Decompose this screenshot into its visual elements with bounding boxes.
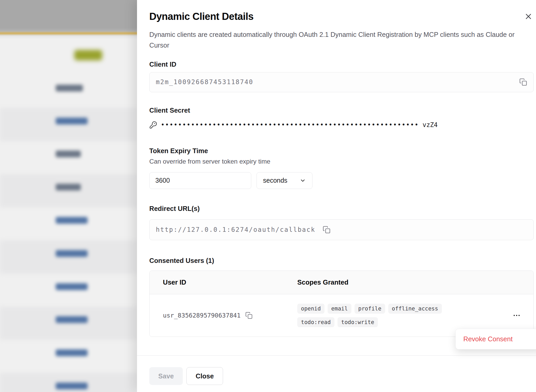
blurred-row-text [56, 250, 88, 257]
consented-users-section: Consented Users (1) User ID Scopes Grant… [149, 257, 534, 337]
table-header: User ID Scopes Granted [150, 271, 533, 294]
redirect-url-value-box: http://127.0.0.1:6274/oauth/callback [149, 219, 534, 240]
panel-title: Dynamic Client Details [149, 11, 534, 22]
panel-description: Dynamic clients are created automaticall… [149, 29, 521, 51]
ellipsis-icon [512, 311, 521, 320]
copy-client-id-button[interactable] [519, 78, 527, 86]
blurred-row-text [56, 349, 88, 356]
redirect-urls-label: Redirect URL(s) [149, 205, 534, 212]
scope-badge: profile [355, 304, 385, 314]
blurred-row-text [56, 118, 88, 124]
token-expiry-unit-value: seconds [263, 177, 287, 184]
token-expiry-helper: Can override from server token expiry ti… [149, 158, 534, 165]
blurred-row-text [56, 383, 88, 389]
chevron-down-icon [300, 177, 306, 184]
close-icon [524, 12, 533, 21]
blurred-badge [74, 50, 102, 60]
consented-users-table: User ID Scopes Granted usr_8356289579063… [149, 270, 534, 337]
blurred-row-text [56, 316, 88, 323]
blurred-row-text [56, 184, 81, 191]
client-id-field: Client ID m2m_100926687453118740 [149, 61, 534, 92]
redirect-url-value: http://127.0.0.1:6274/oauth/callback [156, 226, 315, 233]
blurred-row-text [56, 85, 83, 91]
blurred-row-text [56, 217, 88, 224]
scope-badge: offline_access [388, 304, 442, 314]
scope-badge: openid [297, 304, 324, 314]
blurred-row-text [56, 151, 81, 157]
column-header-user-id: User ID [163, 279, 297, 286]
client-secret-mask: ••••••••••••••••••••••••••••••••••••••••… [161, 121, 419, 129]
copy-user-id-button[interactable] [245, 312, 253, 319]
scope-badge: email [328, 304, 351, 314]
blurred-topbar [0, 0, 149, 33]
redirect-urls-field: Redirect URL(s) http://127.0.0.1:6274/oa… [149, 205, 534, 240]
modal-close-button[interactable] [522, 10, 534, 22]
client-id-label: Client ID [149, 61, 534, 68]
client-secret-field: Client Secret ••••••••••••••••••••••••••… [149, 107, 534, 129]
column-header-scopes: Scopes Granted [297, 279, 505, 286]
token-expiry-unit-select[interactable]: seconds [256, 172, 312, 189]
dynamic-client-details-panel: Dynamic Client Details Dynamic clients a… [137, 0, 536, 392]
scopes-granted-cell: openid email profile offline_access todo… [297, 304, 475, 327]
blurred-table-stripe [0, 307, 137, 340]
copy-icon [519, 78, 527, 86]
client-id-value-box: m2m_100926687453118740 [149, 72, 534, 92]
row-actions-button[interactable] [512, 311, 521, 320]
blurred-table-stripe [0, 240, 137, 274]
blurred-row-text [56, 283, 88, 290]
copy-icon [245, 312, 253, 319]
row-actions-menu: Revoke Consent [455, 329, 536, 349]
blurred-table-stripe [0, 174, 137, 207]
revoke-consent-menu-item[interactable]: Revoke Consent [458, 332, 536, 347]
client-secret-row: ••••••••••••••••••••••••••••••••••••••••… [149, 121, 534, 129]
panel-footer: Save Close [137, 355, 536, 392]
scope-badge: todo:write [338, 317, 378, 327]
token-expiry-field: Token Expiry Time Can override from serv… [149, 147, 534, 189]
save-button[interactable]: Save [149, 367, 183, 385]
key-icon [149, 121, 157, 129]
blurred-accent-line [0, 32, 149, 34]
user-id-value: usr_83562895790637841 [163, 312, 241, 319]
screen: Dynamic Client Details Dynamic clients a… [0, 0, 536, 392]
consented-users-label: Consented Users (1) [149, 257, 534, 264]
close-button[interactable]: Close [186, 367, 223, 385]
scope-badge: todo:read [297, 317, 334, 327]
token-expiry-input[interactable] [149, 172, 251, 189]
blurred-table-stripe [0, 108, 137, 141]
client-id-value: m2m_100926687453118740 [156, 78, 253, 86]
client-secret-label: Client Secret [149, 107, 534, 114]
client-secret-suffix: vzZ4 [423, 121, 438, 129]
copy-redirect-url-button[interactable] [323, 226, 330, 234]
copy-icon [323, 226, 330, 234]
token-expiry-label: Token Expiry Time [149, 147, 534, 155]
